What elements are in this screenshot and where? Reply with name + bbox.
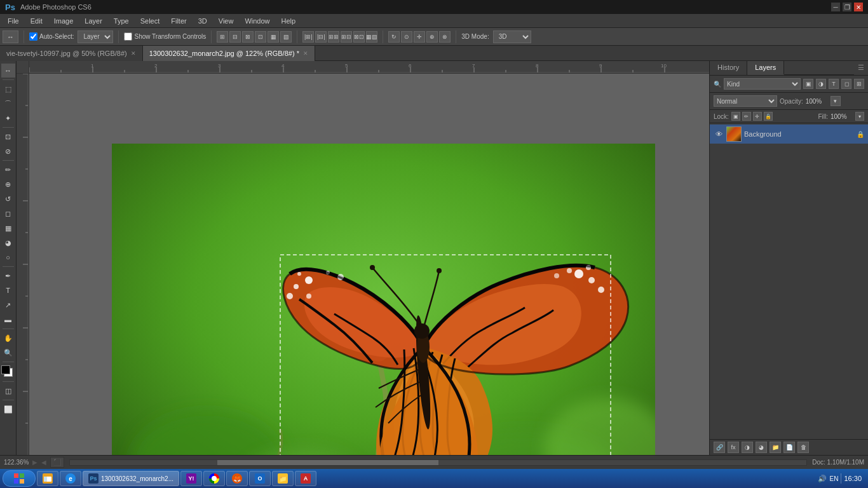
move-tool-btn[interactable]: ↔ [3,30,18,43]
screen-mode-btn[interactable]: ⬜ [1,402,15,416]
auto-select-checkbox[interactable]: Auto-Select: [29,32,74,41]
canvas-area[interactable]: 1 2 3 4 5 6 7 8 9 [17,61,709,455]
tab-file1[interactable]: vie-tsvetyi-10997.jpg @ 50% (RGB/8#) ✕ [0,46,143,61]
lock-all-icon[interactable]: 🔒 [764,112,773,121]
clone-tool[interactable]: ⊕ [1,177,15,191]
gradient-tool[interactable]: ▦ [1,221,15,235]
marquee-tool[interactable]: ⬚ [1,82,15,96]
shape-tool[interactable]: ▬ [1,313,15,327]
dist-4-icon[interactable]: ⊞⊟ [341,31,352,43]
zoom-tool[interactable]: 🔍 [1,346,15,360]
dist-1-icon[interactable]: |⊞| [302,31,314,43]
menu-3d[interactable]: 3D [193,16,212,26]
taskbar-outlook[interactable]: O [249,471,271,486]
taskbar-photoshop[interactable]: Ps 1300302632_monarch2... [83,471,179,486]
align-center-v-icon[interactable]: ▦ [268,31,279,43]
scroll-thumb-h[interactable] [217,460,438,465]
menu-help[interactable]: Help [276,16,301,26]
lock-move-icon[interactable]: ✛ [753,112,762,121]
kind-select[interactable]: Kind [724,78,801,90]
3d-pan-icon[interactable]: ✛ [414,31,425,43]
tab-file2[interactable]: 1300302632_monarch2.jpg @ 122% (RGB/8#) … [143,46,315,61]
fx-icon[interactable]: fx [728,442,739,453]
add-adjustment-icon[interactable]: ◕ [756,442,767,453]
path-select-tool[interactable]: ↗ [1,298,15,312]
menu-window[interactable]: Window [240,16,275,26]
dist-3-icon[interactable]: ⊞⊞ [328,31,339,43]
align-right-icon[interactable]: ⊠ [242,31,254,43]
zoom-arrow-icon[interactable]: ▶ [32,459,37,466]
opacity-arrow-icon[interactable]: ▾ [831,96,841,106]
taskbar-folder[interactable]: 📁 [272,471,294,486]
taskbar-yahoo[interactable]: Y! [180,471,202,486]
3d-orbit-icon[interactable]: ⊙ [401,31,412,43]
auto-select-input[interactable] [29,32,37,41]
magic-wand-tool[interactable]: ✦ [1,111,15,125]
eyedropper-tool[interactable]: ⊘ [1,144,15,158]
smart-icon[interactable]: ⊞ [854,79,864,89]
3d-mode-select[interactable]: 3D [493,30,531,43]
menu-edit[interactable]: Edit [25,16,48,26]
taskbar-app9[interactable]: A [295,471,316,486]
3d-scale-icon[interactable]: ⊗ [439,31,451,43]
adjust-icon[interactable]: ◑ [816,79,826,89]
align-center-h-icon[interactable]: ⊟ [229,31,241,43]
crop-tool[interactable]: ⊡ [1,130,15,144]
dist-6-icon[interactable]: ▦▧ [366,31,377,43]
tab-layers[interactable]: Layers [747,61,784,75]
delete-layer-icon[interactable]: 🗑 [797,442,809,453]
text-tool[interactable]: T [1,283,15,297]
show-transform-input[interactable] [124,32,132,41]
tab-file2-close[interactable]: ✕ [303,50,308,57]
quick-mask-btn[interactable]: ◫ [1,384,15,398]
menu-type[interactable]: Type [109,16,134,26]
eraser-tool[interactable]: ◻ [1,207,15,220]
text-icon[interactable]: T [829,79,839,89]
color-swatch[interactable] [1,365,15,379]
lock-position-icon[interactable]: ✏ [742,112,751,121]
shape-icon[interactable]: ◻ [841,79,851,89]
taskbar-firefox[interactable]: 🦊 [226,471,248,486]
pen-tool[interactable]: ✒ [1,269,15,283]
layer-background[interactable]: 👁 Background 🔒 [710,125,868,144]
start-button[interactable] [3,470,36,487]
hand-tool[interactable]: ✋ [1,331,15,345]
taskbar-explorer[interactable] [37,471,58,486]
fill-arrow-icon[interactable]: ▾ [855,112,864,121]
taskbar-chrome[interactable] [203,471,225,486]
new-group-icon[interactable]: 📁 [770,442,781,453]
3d-slide-icon[interactable]: ⊕ [426,31,438,43]
horizontal-scrollbar[interactable] [69,459,807,466]
align-top-icon[interactable]: ⊡ [255,31,266,43]
panel-menu-icon[interactable]: ☰ [854,61,868,75]
menu-file[interactable]: File [3,16,24,26]
history-brush-tool[interactable]: ↺ [1,192,15,206]
menu-filter[interactable]: Filter [166,16,191,26]
lasso-tool[interactable]: ⌒ [1,97,15,111]
taskbar-ie[interactable]: e [60,471,81,486]
brush-tool[interactable]: ✏ [1,163,15,177]
tab-file1-close[interactable]: ✕ [131,50,136,57]
show-transform-checkbox[interactable]: Show Transform Controls [124,32,206,41]
minimize-button[interactable]: ─ [831,3,840,11]
zoom-back-icon[interactable]: ◀ [41,459,46,466]
layer-visibility-eye[interactable]: 👁 [714,129,724,139]
blur-tool[interactable]: ◕ [1,236,15,250]
tray-speaker-icon[interactable]: 🔊 [817,473,827,484]
menu-layer[interactable]: Layer [79,16,107,26]
dist-5-icon[interactable]: ⊠⊡ [353,31,365,43]
restore-button[interactable]: ❐ [843,3,851,11]
menu-image[interactable]: Image [49,16,79,26]
menu-select[interactable]: Select [135,16,165,26]
tab-history[interactable]: History [710,61,747,75]
align-bottom-icon[interactable]: ▧ [280,31,292,43]
move-tool[interactable]: ↔ [1,64,15,78]
menu-view[interactable]: View [214,16,239,26]
blend-mode-select[interactable]: Normal [714,95,777,107]
lock-pixels-icon[interactable]: ▣ [731,112,740,121]
layer-select[interactable]: Layer [78,30,113,43]
close-button[interactable]: ✕ [854,3,863,11]
3d-rotate-icon[interactable]: ↻ [388,31,400,43]
pixel-icon[interactable]: ▣ [803,79,813,89]
dist-2-icon[interactable]: |⊟| [315,31,327,43]
